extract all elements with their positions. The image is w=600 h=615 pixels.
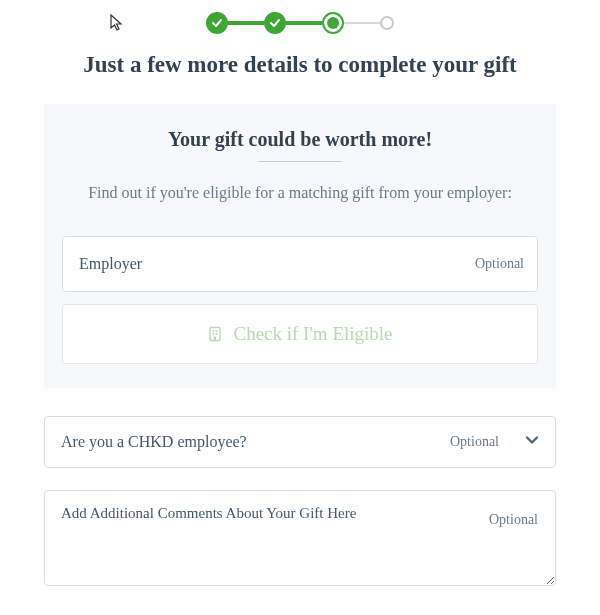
- panel-heading: Your gift could be worth more!: [62, 128, 538, 151]
- chkd-employee-select[interactable]: Are you a CHKD employee? Optional: [44, 416, 556, 468]
- svg-rect-4: [216, 333, 218, 335]
- divider: [258, 161, 342, 162]
- employer-input[interactable]: [62, 236, 538, 292]
- check-eligibility-label: Check if I'm Eligible: [233, 323, 392, 345]
- building-icon: [207, 326, 223, 342]
- page-title: Just a few more details to complete your…: [0, 52, 600, 78]
- progress-line: [286, 21, 322, 25]
- matching-gift-panel: Your gift could be worth more! Find out …: [44, 104, 556, 388]
- progress-line: [228, 21, 264, 25]
- panel-subheading: Find out if you're eligible for a matchi…: [62, 184, 538, 202]
- chevron-down-icon: [523, 431, 541, 453]
- progress-step-2: [264, 12, 286, 34]
- svg-rect-2: [216, 330, 218, 332]
- progress-step-1: [206, 12, 228, 34]
- svg-rect-3: [213, 333, 215, 335]
- comments-textarea[interactable]: [44, 490, 556, 586]
- progress-step-4: [380, 16, 394, 30]
- check-icon: [269, 17, 281, 29]
- svg-rect-1: [213, 330, 215, 332]
- select-label: Are you a CHKD employee?: [61, 433, 247, 451]
- employer-field-wrap: Optional: [62, 236, 538, 292]
- optional-label: Optional: [450, 434, 499, 450]
- progress-step-3-current: [322, 12, 344, 34]
- check-eligibility-button[interactable]: Check if I'm Eligible: [62, 304, 538, 364]
- progress-stepper: [0, 12, 600, 34]
- check-icon: [211, 17, 223, 29]
- svg-rect-5: [214, 337, 216, 341]
- progress-line: [344, 22, 380, 24]
- comments-field-wrap: Optional: [44, 490, 556, 590]
